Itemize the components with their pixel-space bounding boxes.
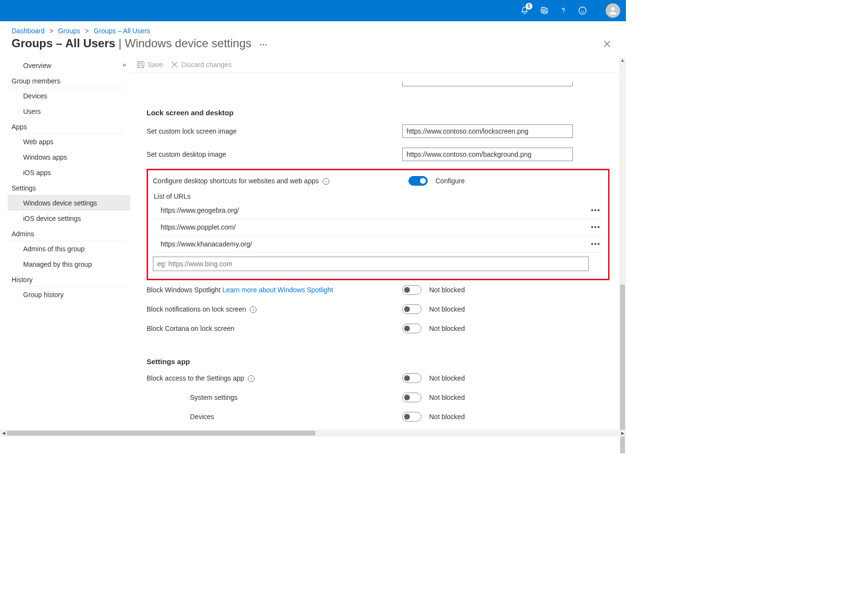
svg-point-2	[579, 7, 586, 14]
url-text: https://www.popplet.com/	[161, 223, 591, 231]
info-icon[interactable]: i	[248, 375, 255, 382]
settings-content: Lock screen and desktop Set custom lock …	[130, 73, 626, 437]
row-system-settings: System settings Not blocked	[147, 388, 610, 407]
feedback-icon[interactable]	[577, 5, 588, 16]
sidebar-group-settings: Settings	[8, 180, 124, 195]
sidebar-item-windows-apps[interactable]: Windows apps	[8, 150, 130, 165]
url-input-row	[153, 257, 589, 271]
svg-point-5	[611, 7, 614, 11]
top-bar: 6	[0, 0, 626, 21]
discard-button[interactable]: Discard changes	[171, 61, 231, 68]
sidebar-item-overview[interactable]: Overview	[8, 58, 130, 73]
sidebar-item-ios-apps[interactable]: iOS apps	[8, 165, 130, 180]
spotlight-toggle[interactable]	[402, 285, 421, 295]
svg-point-3	[581, 10, 582, 10]
cortana-lock-toggle[interactable]	[402, 324, 421, 333]
scrollbar-thumb[interactable]	[620, 285, 625, 453]
info-icon[interactable]: i	[250, 306, 257, 313]
row-spotlight: Block Windows Spotlight Learn more about…	[147, 280, 610, 300]
toggle-state-label: Configure	[435, 177, 465, 185]
devices-settings-toggle[interactable]	[402, 412, 421, 422]
sidebar: « Overview Group members Devices Users A…	[0, 58, 130, 437]
notifications-icon[interactable]: 6	[519, 5, 530, 16]
desktop-image-input[interactable]	[402, 148, 573, 161]
scroll-up-icon[interactable]: ▲	[619, 58, 626, 63]
row-block-settings-app: Block access to the Settings app i Not b…	[147, 368, 610, 388]
breadcrumb-link[interactable]: Groups	[58, 27, 80, 35]
row-lock-screen-image: Set custom lock screen image	[147, 120, 610, 143]
svg-rect-10	[139, 65, 143, 68]
url-text: https://www.khanacademy.org/	[161, 240, 591, 248]
svg-point-4	[583, 10, 584, 10]
scroll-left-icon[interactable]: ◀	[0, 430, 7, 437]
toggle-state-label: Not blocked	[429, 305, 465, 313]
svg-point-0	[543, 10, 545, 12]
sidebar-group-members: Group members	[8, 73, 124, 88]
row-devices-settings: Devices Not blocked	[147, 407, 610, 426]
app-frame: 6 Dashboard	[0, 0, 626, 437]
sidebar-item-web-apps[interactable]: Web apps	[8, 134, 130, 150]
toolbar: Save Discard changes	[130, 58, 626, 73]
gear-icon[interactable]	[538, 5, 550, 16]
system-settings-toggle[interactable]	[402, 393, 421, 402]
scroll-right-icon[interactable]: ▶	[619, 430, 626, 437]
page-body: Dashboard > Groups > Groups – All Users …	[0, 21, 626, 437]
svg-rect-9	[139, 62, 142, 64]
row-configure-shortcuts: Configure desktop shortcuts for websites…	[153, 173, 603, 189]
avatar[interactable]	[606, 3, 620, 18]
breadcrumb: Dashboard > Groups > Groups – All Users	[0, 21, 626, 35]
more-icon[interactable]: •••	[591, 240, 600, 248]
notifications-lock-toggle[interactable]	[402, 304, 421, 314]
section-settings-app: Settings app	[147, 357, 610, 366]
scrollbar-thumb[interactable]	[7, 431, 315, 436]
sidebar-item-admins-of-group[interactable]: Admins of this group	[8, 241, 130, 257]
list-of-urls-label: List of URLs	[153, 189, 603, 202]
section-lock-screen: Lock screen and desktop	[147, 109, 610, 117]
sidebar-item-managed-by-group[interactable]: Managed by this group	[8, 257, 130, 272]
collapse-sidebar-icon[interactable]: «	[122, 61, 126, 68]
sidebar-item-ios-device-settings[interactable]: iOS device settings	[8, 211, 130, 226]
row-desktop-image: Set custom desktop image	[147, 143, 610, 166]
lock-screen-image-input[interactable]	[402, 124, 573, 138]
toggle-state-label: Not blocked	[429, 286, 465, 294]
configure-shortcuts-toggle[interactable]	[408, 176, 428, 186]
more-icon[interactable]: •••	[591, 206, 600, 215]
page-title: Groups – All Users | Windows device sett…	[12, 37, 268, 50]
add-url-input[interactable]	[153, 257, 589, 271]
sidebar-item-devices[interactable]: Devices	[8, 88, 130, 104]
url-list-item: https://www.geogebra.org/ •••	[153, 202, 603, 219]
page-title-row: Groups – All Users | Windows device sett…	[0, 35, 626, 58]
more-icon[interactable]: •••	[591, 223, 600, 232]
toggle-state-label: Not blocked	[429, 394, 465, 401]
main-panel: Save Discard changes Lock screen and des…	[130, 58, 626, 437]
help-icon[interactable]	[557, 5, 569, 16]
more-icon[interactable]: ···	[259, 41, 267, 49]
svg-point-1	[563, 13, 563, 13]
save-button[interactable]: Save	[137, 61, 163, 68]
spotlight-learn-more-link[interactable]: Learn more about Windows Spotlight	[222, 286, 333, 294]
block-settings-app-toggle[interactable]	[402, 373, 421, 383]
breadcrumb-link[interactable]: Dashboard	[12, 27, 45, 35]
sidebar-group-history: History	[8, 272, 124, 287]
notifications-badge: 6	[526, 3, 532, 10]
partial-input-bottom-edge	[402, 82, 573, 86]
row-cortana-lock: Block Cortana on lock screen Not blocked	[147, 319, 610, 338]
toggle-state-label: Not blocked	[429, 374, 465, 382]
toggle-state-label: Not blocked	[429, 413, 465, 421]
row-notifications-lock: Block notifications on lock screen i Not…	[147, 300, 610, 319]
sidebar-group-admins: Admins	[8, 226, 124, 241]
highlighted-region: Configure desktop shortcuts for websites…	[147, 169, 610, 280]
toggle-state-label: Not blocked	[429, 325, 465, 332]
body-split: « Overview Group members Devices Users A…	[0, 58, 626, 437]
sidebar-item-windows-device-settings[interactable]: Windows device settings	[8, 195, 130, 211]
close-icon[interactable]	[600, 39, 614, 51]
info-icon[interactable]: i	[323, 178, 329, 185]
url-list-item: https://www.popplet.com/ •••	[153, 219, 603, 236]
url-list-item: https://www.khanacademy.org/ •••	[153, 236, 603, 253]
horizontal-scrollbar[interactable]: ◀ ▶	[0, 430, 626, 437]
sidebar-item-users[interactable]: Users	[8, 104, 130, 119]
url-text: https://www.geogebra.org/	[161, 206, 591, 214]
vertical-scrollbar[interactable]: ▲ ▼	[619, 58, 626, 437]
sidebar-item-group-history[interactable]: Group history	[8, 287, 130, 302]
breadcrumb-link[interactable]: Groups – All Users	[94, 27, 150, 35]
